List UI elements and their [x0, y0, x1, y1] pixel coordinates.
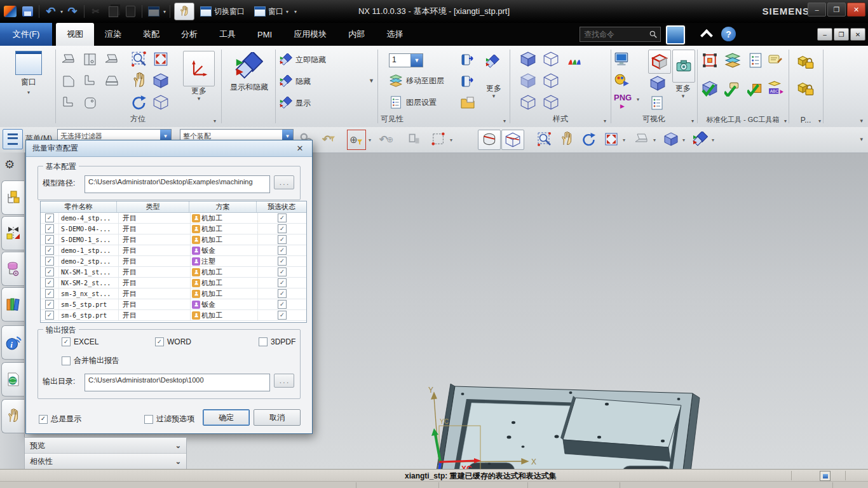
- style-group-dialog-launcher[interactable]: ▾: [604, 118, 606, 124]
- reuse-library-tab[interactable]: [1, 287, 24, 322]
- command-finder[interactable]: [580, 27, 661, 42]
- zoom-icon[interactable]: [131, 51, 147, 67]
- show-hide-dropdown[interactable]: ▾: [712, 137, 714, 143]
- part-navigator-tab[interactable]: [1, 252, 24, 286]
- visualization-more-button[interactable]: 更多: [670, 84, 696, 100]
- minimize-ribbon-button[interactable]: [702, 29, 712, 37]
- select-handles-icon[interactable]: [405, 130, 423, 149]
- tab-internal[interactable]: 内部: [337, 23, 376, 46]
- excel-checkbox[interactable]: [62, 337, 71, 346]
- fullscreen-button[interactable]: [666, 25, 685, 44]
- translucent-style-icon[interactable]: [520, 72, 536, 89]
- preselect-checkbox[interactable]: [278, 311, 287, 320]
- header-type[interactable]: 类型: [117, 201, 189, 212]
- row-checkbox[interactable]: [45, 224, 54, 233]
- gc-check-assembly-icon[interactable]: [747, 80, 764, 97]
- face-analysis-style-icon[interactable]: [520, 94, 536, 111]
- previous-selection-icon[interactable]: ↶: [320, 130, 338, 149]
- gc-rename-icon[interactable]: ABC: [768, 80, 784, 97]
- snapshot-button[interactable]: [672, 50, 695, 83]
- gc-check-tool-icon[interactable]: [724, 80, 741, 97]
- row-checkbox[interactable]: [45, 214, 54, 222]
- tab-tools[interactable]: 工具: [208, 23, 247, 46]
- png-dropdown[interactable]: ▾: [637, 97, 639, 102]
- perspective-icon[interactable]: [153, 72, 169, 89]
- filter-preselect-checkbox[interactable]: [144, 415, 153, 424]
- true-shading-button[interactable]: [648, 50, 671, 74]
- table-row[interactable]: S-DEMO-1_s... 开目 机加工: [41, 234, 306, 245]
- header-preselect[interactable]: 预选状态: [257, 201, 306, 212]
- clip-section-button[interactable]: [478, 130, 501, 150]
- wireframe-style-icon[interactable]: [543, 51, 559, 67]
- tab-analysis[interactable]: 分析: [170, 23, 208, 46]
- save-button[interactable]: [20, 4, 35, 19]
- tab-selection[interactable]: 选择: [376, 23, 414, 46]
- word-option[interactable]: WORD: [155, 337, 191, 346]
- view-left-icon[interactable]: [83, 74, 98, 89]
- fit-dropdown[interactable]: ▾: [623, 137, 625, 143]
- dependency-panel-bar[interactable]: 相依性 ⌄: [25, 454, 186, 469]
- pan-tool-icon[interactable]: [558, 130, 576, 149]
- hd3d-tools-tab[interactable]: i: [1, 325, 24, 360]
- edit-section-icon[interactable]: [649, 95, 665, 111]
- rotate-view-icon[interactable]: [131, 94, 147, 111]
- view-trimetric-icon[interactable]: [83, 95, 98, 111]
- gc-note-icon[interactable]: [768, 52, 783, 67]
- layer-visible-in-view-icon[interactable]: [460, 74, 475, 89]
- touch-mode-button[interactable]: [174, 3, 194, 20]
- layer-settings-button[interactable]: 图层设置: [389, 95, 437, 109]
- table-row[interactable]: NX-SM-2_st... 开目 机加工: [41, 278, 306, 288]
- doc-close-button[interactable]: ✕: [850, 28, 865, 41]
- table-row[interactable]: demo-4_stp... 开目 机加工: [41, 213, 306, 224]
- tab-pmi[interactable]: PMI: [247, 23, 283, 46]
- gc-list-icon[interactable]: [747, 52, 764, 69]
- dependency-chevron-down-icon[interactable]: ⌄: [175, 458, 181, 466]
- visibility-group-dialog-launcher[interactable]: ▾: [503, 118, 506, 124]
- table-row[interactable]: sm-3_nx_st... 开目 机加工: [41, 288, 306, 299]
- tab-view[interactable]: 视图: [56, 23, 94, 46]
- roles-tab[interactable]: [1, 399, 24, 433]
- output-dir-field[interactable]: C:\Users\Administrator\Desktop\1000: [85, 374, 270, 391]
- row-checkbox[interactable]: [45, 300, 54, 309]
- resource-bar-settings-gear-icon[interactable]: ⚙: [4, 158, 15, 172]
- rectangle-select-dropdown[interactable]: ▾: [450, 137, 452, 143]
- cancel-button[interactable]: 取消: [254, 409, 301, 426]
- png-export-button[interactable]: PNG: [614, 93, 632, 102]
- preselect-checkbox[interactable]: [278, 300, 287, 309]
- ribbon-overflow[interactable]: ▾: [860, 118, 863, 124]
- layer-category-icon[interactable]: [460, 95, 475, 111]
- orientation-group-dialog-launcher[interactable]: ▾: [214, 118, 216, 124]
- fit-view-icon[interactable]: [153, 51, 169, 67]
- view-back-icon[interactable]: [104, 52, 119, 67]
- orientation-more-button[interactable]: 更多: [186, 86, 212, 102]
- doc-restore-button[interactable]: ❐: [834, 28, 849, 41]
- studio-style-icon[interactable]: [543, 94, 559, 111]
- table-row[interactable]: sm-6_stp.prt 开目 机加工: [41, 310, 306, 321]
- snap-point-dropdown[interactable]: ▾: [369, 137, 371, 143]
- status-window-icon[interactable]: [820, 471, 831, 481]
- view-iso-icon[interactable]: [61, 74, 76, 89]
- doc-minimize-button[interactable]: ‒: [817, 28, 832, 41]
- row-checkbox[interactable]: [45, 268, 54, 276]
- render-style-icon[interactable]: [153, 94, 169, 111]
- preview-panel-bar[interactable]: 预览 ⌄: [25, 438, 186, 454]
- pan-icon[interactable]: [131, 72, 147, 89]
- show-hide-button[interactable]: 显示和隐藏: [225, 52, 273, 93]
- gc-select-icon[interactable]: [702, 52, 718, 69]
- switch-window-button[interactable]: 切换窗口: [196, 3, 248, 20]
- row-checkbox[interactable]: [45, 311, 54, 320]
- preselect-checkbox[interactable]: [278, 246, 287, 255]
- restore-button[interactable]: ❐: [827, 3, 846, 17]
- file-menu-button[interactable]: 文件(F): [0, 23, 53, 46]
- table-row[interactable]: demo-1_stp... 开目 钣金: [41, 245, 306, 256]
- history-tab[interactable]: [1, 362, 24, 396]
- tab-assembly[interactable]: 装配: [132, 23, 170, 46]
- gc-layers-icon[interactable]: [724, 52, 741, 69]
- header-scheme[interactable]: 方案: [189, 201, 257, 212]
- help-button[interactable]: ?: [721, 27, 736, 41]
- rectangle-select-icon[interactable]: [430, 130, 447, 149]
- assembly-navigator-tab[interactable]: [1, 180, 24, 215]
- row-checkbox[interactable]: [45, 278, 54, 287]
- view-top-icon[interactable]: [61, 52, 76, 67]
- model-path-field[interactable]: C:\Users\Administrator\Desktop\Examples\…: [85, 175, 270, 193]
